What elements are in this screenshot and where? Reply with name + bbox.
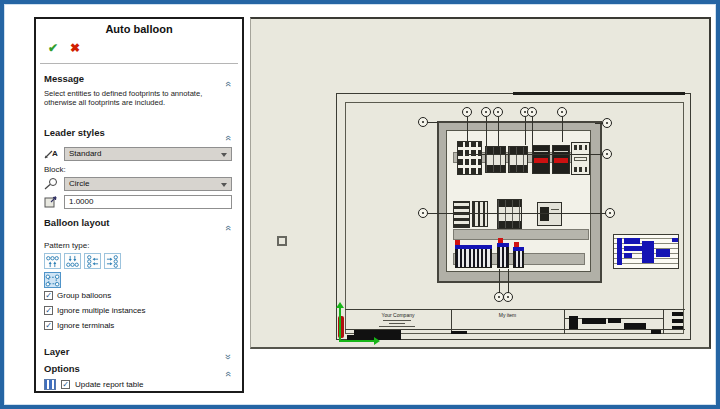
distribution-block bbox=[457, 141, 482, 175]
checkbox-checked-icon[interactable]: ✓ bbox=[44, 291, 53, 300]
title-block-field bbox=[651, 330, 661, 334]
ignore-multiple-instances-checkbox-row[interactable]: ✓ Ignore multiple instances bbox=[44, 305, 146, 316]
leader-line bbox=[428, 122, 438, 123]
terminal-strip bbox=[455, 248, 492, 268]
balloon-annotation bbox=[462, 107, 472, 117]
controller-module bbox=[537, 202, 562, 226]
company-name: Your Company bbox=[345, 312, 451, 318]
balloon-annotation bbox=[557, 107, 567, 117]
leader-line bbox=[562, 117, 563, 142]
pattern-right-icon bbox=[106, 254, 119, 269]
leader-line bbox=[532, 117, 533, 145]
circuit-breaker bbox=[485, 146, 506, 173]
electrical-cabinet bbox=[437, 121, 602, 283]
ignore-terminals-label: Ignore terminals bbox=[57, 321, 114, 330]
collapse-options-button[interactable]: « bbox=[222, 363, 234, 381]
group-balloons-label: Group balloons bbox=[57, 291, 111, 300]
group-balloons-checkbox-row[interactable]: ✓ Group balloons bbox=[44, 290, 111, 301]
pattern-left-icon bbox=[86, 254, 99, 269]
revision-entry bbox=[569, 316, 578, 330]
drawing-canvas[interactable]: Your Company My item bbox=[250, 17, 711, 349]
leader-line bbox=[498, 117, 499, 146]
pattern-below-button[interactable] bbox=[64, 253, 81, 269]
pattern-type-label: Pattern type: bbox=[44, 241, 89, 250]
balloon-annotation bbox=[481, 107, 491, 117]
leader-styles-section-header: Leader styles bbox=[44, 127, 105, 138]
message-section-header: Message bbox=[44, 73, 84, 84]
ucs-x-arrowhead bbox=[374, 337, 380, 345]
balloon-scale-input[interactable]: 1.0000 bbox=[64, 195, 232, 209]
app-window: Auto balloon ✔ ✖ Message « Select entiti… bbox=[0, 0, 720, 409]
leader-style-value: Standard bbox=[69, 149, 101, 158]
title-block-field bbox=[451, 331, 467, 334]
title-block: Your Company My item bbox=[345, 309, 685, 334]
balloon-annotation bbox=[527, 107, 537, 117]
leader-line bbox=[508, 269, 509, 293]
balloon-block-icon bbox=[44, 177, 58, 190]
pattern-above-button[interactable] bbox=[44, 253, 61, 269]
revision-entry bbox=[582, 318, 606, 324]
pattern-around-button[interactable] bbox=[44, 272, 61, 288]
ucs-y-axis bbox=[339, 307, 341, 342]
chevron-up-icon: « bbox=[224, 81, 232, 87]
balloon-annotation bbox=[605, 208, 615, 218]
dialog-title: Auto balloon bbox=[36, 23, 242, 35]
balloon-layout-section-header: Balloon layout bbox=[44, 217, 109, 228]
block-label: Block: bbox=[44, 165, 66, 174]
chevron-down-icon: « bbox=[224, 354, 232, 360]
sheet-border-thick-segment bbox=[513, 92, 685, 95]
contactor bbox=[532, 145, 550, 174]
expand-layer-button[interactable]: « bbox=[222, 346, 234, 364]
title-block-fine-text bbox=[383, 320, 411, 321]
circuit-breaker bbox=[508, 146, 528, 173]
balloon-annotation bbox=[493, 107, 503, 117]
balloon-block-select[interactable]: Circle bbox=[64, 177, 232, 191]
checkbox-checked-icon[interactable]: ✓ bbox=[61, 380, 70, 389]
leader-line bbox=[467, 117, 468, 142]
chevron-up-icon: « bbox=[224, 225, 232, 231]
chevron-down-icon bbox=[221, 183, 227, 187]
collapse-balloon-layout-button[interactable]: « bbox=[222, 217, 234, 235]
bill-of-materials-table bbox=[613, 234, 679, 269]
wire-duct bbox=[453, 229, 589, 240]
balloon-block-value: Circle bbox=[69, 179, 89, 188]
ignore-terminals-checkbox-row[interactable]: ✓ Ignore terminals bbox=[44, 320, 114, 331]
title-block-fine-text bbox=[389, 323, 405, 324]
title-block-divider bbox=[663, 310, 664, 334]
auto-balloon-dialog: Auto balloon ✔ ✖ Message « Select entiti… bbox=[34, 17, 244, 393]
update-report-row: ✓ Update report table bbox=[44, 379, 144, 390]
ucs-y-arrowhead bbox=[336, 302, 344, 308]
pattern-right-button[interactable] bbox=[104, 253, 121, 269]
confirm-button[interactable]: ✔ bbox=[48, 41, 58, 55]
balloon-annotation bbox=[418, 208, 428, 218]
balloon-annotation bbox=[503, 292, 513, 302]
update-report-table-label: Update report table bbox=[75, 380, 144, 389]
cancel-button[interactable]: ✖ bbox=[70, 41, 80, 55]
leader-line bbox=[525, 117, 526, 145]
terminal-strip bbox=[497, 246, 509, 268]
revision-entry bbox=[608, 318, 621, 323]
separator bbox=[40, 63, 238, 64]
pattern-below-icon bbox=[65, 255, 80, 268]
balloon-annotation bbox=[602, 118, 612, 128]
pickbox-cursor bbox=[277, 236, 287, 246]
options-section-header: Options bbox=[44, 363, 80, 374]
leader-style-icon: A bbox=[44, 147, 58, 160]
report-table-icon bbox=[44, 379, 56, 390]
ignore-multiple-instances-label: Ignore multiple instances bbox=[57, 306, 146, 315]
balloon-annotation bbox=[602, 149, 612, 159]
pattern-above-icon bbox=[45, 255, 60, 268]
terminal-strip bbox=[513, 250, 524, 268]
chevron-up-icon: « bbox=[224, 135, 232, 141]
chevron-up-icon: « bbox=[224, 371, 232, 377]
relay-module bbox=[571, 142, 590, 175]
collapse-leader-styles-button[interactable]: « bbox=[222, 127, 234, 145]
leader-style-select[interactable]: Standard bbox=[64, 147, 232, 161]
pattern-left-button[interactable] bbox=[84, 253, 101, 269]
drawing-name: My item bbox=[451, 312, 564, 318]
balloon-annotation bbox=[418, 117, 428, 127]
pattern-around-icon bbox=[45, 274, 60, 287]
checkbox-checked-icon[interactable]: ✓ bbox=[44, 321, 53, 330]
title-block-stamp bbox=[672, 319, 683, 323]
checkbox-checked-icon[interactable]: ✓ bbox=[44, 306, 53, 315]
